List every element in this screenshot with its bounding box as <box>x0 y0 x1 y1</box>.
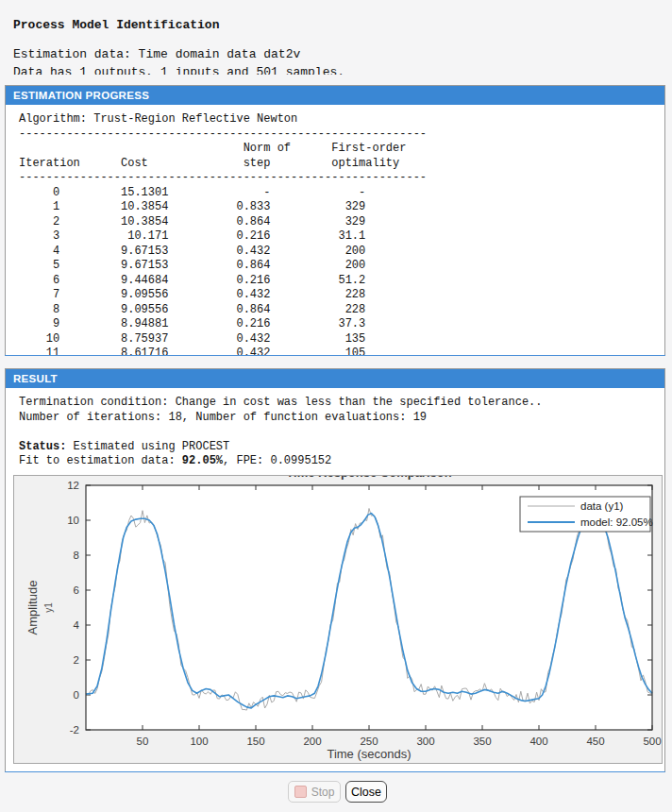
close-button[interactable]: Close <box>345 781 387 803</box>
fit-suffix: , FPE: 0.0995152 <box>223 454 331 467</box>
x-tick-label: 500 <box>643 736 661 747</box>
close-button-label: Close <box>351 786 381 799</box>
iterations-line: Number of iterations: 18, Number of func… <box>19 411 427 424</box>
fit-prefix: Fit to estimation data: <box>19 454 182 467</box>
legend-entry-label: data (y1) <box>580 500 624 512</box>
stop-button[interactable]: Stop <box>288 781 341 803</box>
estimation-data-line: Estimation data: Time domain data dat2v <box>13 47 300 61</box>
y-axis-sublabel: y1 <box>43 602 54 613</box>
x-tick-label: 450 <box>586 736 604 747</box>
iteration-table: Algorithm: Trust-Region Reflective Newto… <box>6 105 664 355</box>
plant-identification-window: Process Model Identification Estimation … <box>0 0 672 812</box>
plot-svg[interactable]: Time Response Comparison5010015020025030… <box>14 476 662 763</box>
y-axis-label: Amplitude <box>25 581 40 635</box>
x-tick-label: 100 <box>190 736 208 747</box>
session-log: Process Model Identification Estimation … <box>0 0 672 75</box>
estimation-progress-body[interactable]: Algorithm: Trust-Region Reflective Newto… <box>6 105 664 355</box>
y-tick-label: 8 <box>74 550 79 561</box>
status-label: Status: <box>19 440 66 453</box>
y-tick-label: 0 <box>74 689 79 701</box>
x-tick-label: 200 <box>303 736 321 747</box>
y-tick-label: 12 <box>67 480 79 491</box>
result-text: Termination condition: Change in cost wa… <box>6 388 664 469</box>
x-axis-label: Time (seconds) <box>327 747 411 761</box>
y-tick-label: 10 <box>67 515 79 526</box>
fit-value: 92.05% <box>182 454 223 467</box>
data-summary-line-clipped: Data has 1 outputs, 1 inputs and 501 sam… <box>13 65 344 75</box>
x-tick-label: 300 <box>416 736 434 747</box>
model-output-plot[interactable]: Time Response Comparison5010015020025030… <box>13 475 663 764</box>
termination-line: Termination condition: Change in cost wa… <box>19 396 543 409</box>
status-text: Estimated using PROCEST <box>66 440 229 453</box>
y-tick-label: 6 <box>74 584 79 596</box>
page-title: Process Model Identification <box>13 18 219 32</box>
y-tick-label: 4 <box>74 619 80 631</box>
x-tick-label: 150 <box>246 736 264 747</box>
plot-title-clipped: Time Response Comparison <box>286 476 451 480</box>
x-tick-label: 400 <box>529 736 547 747</box>
x-tick-label: 250 <box>360 736 378 747</box>
x-tick-label: 350 <box>473 736 491 747</box>
estimation-progress-header: ESTIMATION PROGRESS <box>6 86 664 105</box>
y-tick-label: 2 <box>74 654 79 666</box>
y-tick-label: -2 <box>70 724 79 736</box>
stop-icon <box>294 786 307 798</box>
result-header: RESULT <box>6 369 664 388</box>
estimation-progress-panel: ESTIMATION PROGRESS Algorithm: Trust-Reg… <box>5 85 665 356</box>
stop-button-label: Stop <box>311 786 335 799</box>
legend-entry-label: model: 92.05% <box>580 516 653 528</box>
x-tick-label: 50 <box>137 736 149 747</box>
